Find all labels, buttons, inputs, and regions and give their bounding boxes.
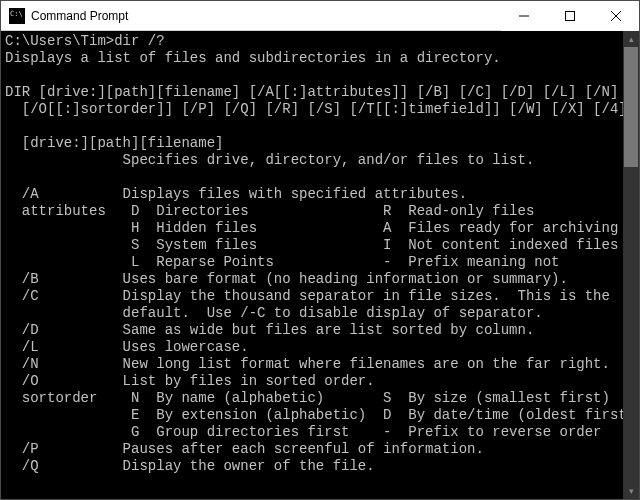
minimize-button[interactable]	[501, 1, 547, 31]
svg-rect-0	[566, 11, 575, 20]
vertical-scrollbar[interactable]: ▴ ▾	[623, 31, 639, 499]
cmd-icon	[9, 8, 25, 24]
client-area: C:\Users\Tim>dir /? Displays a list of f…	[1, 31, 639, 499]
window-title: Command Prompt	[31, 9, 128, 23]
scroll-thumb[interactable]	[624, 47, 638, 167]
maximize-button[interactable]	[547, 1, 593, 31]
titlebar[interactable]: Command Prompt	[1, 1, 639, 31]
close-button[interactable]	[593, 1, 639, 31]
terminal-output[interactable]: C:\Users\Tim>dir /? Displays a list of f…	[1, 31, 623, 499]
scroll-down-button[interactable]: ▾	[623, 483, 639, 499]
command-prompt-window: Command Prompt C:\Users\Tim>dir /? Displ…	[0, 0, 640, 500]
scroll-up-button[interactable]: ▴	[623, 31, 639, 47]
